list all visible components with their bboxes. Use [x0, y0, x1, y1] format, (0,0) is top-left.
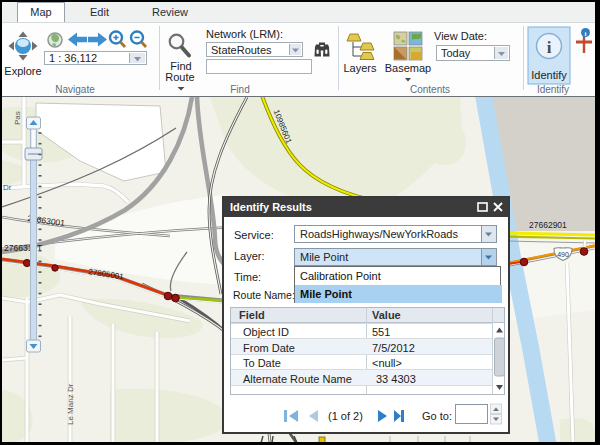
svg-text:Le Manz Dr: Le Manz Dr: [66, 383, 75, 425]
svg-text:Find: Find: [170, 60, 191, 72]
svg-text:Identify: Identify: [531, 69, 567, 81]
svg-text:i: i: [585, 30, 587, 38]
svg-text:490: 490: [557, 251, 569, 258]
svg-text:Explore: Explore: [4, 65, 41, 77]
svg-text:27662901: 27662901: [529, 220, 567, 230]
svg-text:Dr: Dr: [3, 183, 12, 192]
svg-text:Basemap: Basemap: [385, 62, 431, 74]
svg-text:Pas: Pas: [13, 111, 22, 125]
svg-text:Route: Route: [165, 71, 194, 83]
svg-text:Layers: Layers: [343, 62, 377, 74]
svg-text:i: i: [547, 38, 552, 57]
